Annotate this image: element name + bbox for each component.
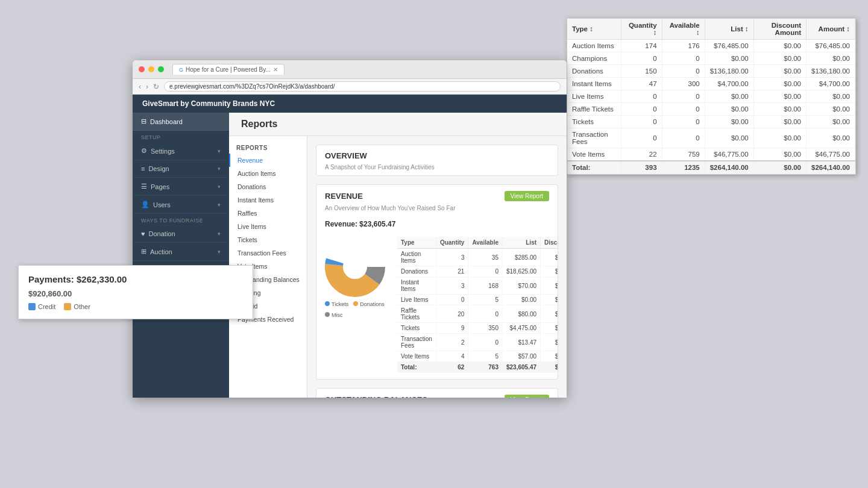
table-cell: 0 [621,90,662,103]
sidebar-label-pages: ☰Pages [141,183,169,190]
col-header-type[interactable]: Type [397,237,436,249]
sidebar-item-auction[interactable]: ⊞Auction▾ [133,243,229,261]
table-row: Auction Items335$285.00$0.00$285.00 [397,249,558,266]
table-cell: 168 [468,277,503,295]
total-cell: 763 [468,362,503,373]
total-cell: 62 [436,362,468,373]
reports-nav-item-raffles[interactable]: Raffles [229,207,307,220]
table-cell: $0.00 [705,52,753,65]
main-content: Reports REPORTS RevenueAuction ItemsDona… [229,113,567,398]
table-cell: 21 [436,266,468,277]
revenue-amount: Revenue: $23,605.47 [316,216,558,232]
table-cell: Live Items [567,90,621,103]
table-cell: Transaction Fees [397,334,436,351]
legend-label: Credit [38,303,55,310]
table-cell: 350 [468,323,503,334]
close-button[interactable] [139,66,145,72]
table-row: Tickets00$0.00$0.00$0.00 [567,116,855,128]
revenue-subtitle: An Overview of How Much You've Raised So… [316,205,558,216]
browser-addressbar: ‹ › ↻ e.previewgivesmart.com/%3DZq?cs7Oi… [133,79,567,95]
reports-nav-item-instant-items[interactable]: Instant Items [229,193,307,207]
table-cell: 0 [662,103,705,116]
reports-nav-item-auction-items[interactable]: Auction Items [229,167,307,180]
col-header-list[interactable]: List [502,237,540,249]
table-cell: $136,180.00 [807,65,855,78]
col-amount[interactable]: Amount ↕ [807,19,855,40]
table-cell: $0.00 [753,103,806,116]
table-cell: $80.00 [502,305,540,323]
table-cell: Live Items [397,295,436,305]
table-row: Vote Items22759$46,775.00$0.00$46,775.00 [567,148,855,161]
sidebar-item-dashboard[interactable]: ⊟Dashboard [133,113,229,131]
sidebar-item-users[interactable]: 👤Users▾ [133,196,229,214]
reports-nav-item-transaction-fees[interactable]: Transaction Fees [229,246,307,260]
legend-tickets: Tickets [325,301,348,307]
table-cell: $4,700.00 [705,78,753,90]
forward-button[interactable]: › [146,83,148,91]
table-cell: 176 [662,40,705,52]
table-row: Champions00$0.00$0.00$0.00 [567,52,855,65]
address-bar[interactable]: e.previewgivesmart.com/%3DZq?cs7OinRejdK… [164,81,561,92]
table-cell: Vote Items [567,148,621,161]
overview-subtitle: A Snapshot of Your Fundraising Activitie… [316,164,558,175]
col-header-quantity[interactable]: Quantity [436,237,468,249]
table-cell: 9 [436,323,468,334]
col-list[interactable]: List ↕ [705,19,753,40]
balances-view-report-button[interactable]: View Report [505,395,549,398]
legend-misc: Misc [325,312,343,318]
col-discount[interactable]: Discount Amount [753,19,806,40]
sidebar-text-settings: Settings [151,148,175,155]
table-cell: 2 [436,334,468,351]
sidebar-item-donation[interactable]: ♥Donation▾ [133,225,229,243]
sidebar-icon-users: 👤 [141,201,149,208]
col-type[interactable]: Type ↕ [567,19,621,40]
col-available[interactable]: Available ↕ [662,19,705,40]
payments-panel: Payments: $262,330.00 $920,860.00 Credit… [18,265,253,319]
reports-nav-item-revenue[interactable]: Revenue [229,154,307,167]
revenue-view-report-button[interactable]: View Report [505,191,549,201]
browser-tab[interactable]: G Hope for a Cure | Powered By... ✕ [172,64,285,75]
table-cell: $46,775.00 [807,148,855,161]
table-row: Instant Items3168$70.00$0.00$70.00 [397,277,558,295]
chevron-icon-settings: ▾ [218,148,221,154]
table-cell: 20 [436,305,468,323]
sidebar-label-design: ≡Design [141,165,169,172]
minimize-button[interactable] [148,66,154,72]
reports-nav-item-live-items[interactable]: Live Items [229,220,307,233]
total-cell: $0.00 [753,161,806,174]
table-cell: $0.00 [807,103,855,116]
legend-box [64,303,71,310]
reports-nav-item-tickets[interactable]: Tickets [229,233,307,246]
tab-close-button[interactable]: ✕ [273,66,278,73]
table-cell: $0.00 [753,128,806,148]
sidebar-item-pages[interactable]: ☰Pages▾ [133,178,229,196]
browser-window: G Hope for a Cure | Powered By... ✕ ‹ › … [133,60,567,398]
app-name: GiveSmart by Community Brands NYC [142,99,275,108]
sidebar-item-design[interactable]: ≡Design▾ [133,160,229,178]
col-quantity[interactable]: Quantity ↕ [621,19,662,40]
total-cell: $23,605.47 [502,362,540,373]
back-button[interactable]: ‹ [139,83,141,91]
reports-nav-item-donations[interactable]: Donations [229,180,307,193]
table-cell: 0 [621,103,662,116]
table-row: Donations210$18,625.00$0.00$18,625.00 [397,266,558,277]
sidebar-item-settings[interactable]: ⚙Settings▾ [133,142,229,160]
table-cell: 0 [468,334,503,351]
table-cell: $285.00 [502,249,540,266]
maximize-button[interactable] [158,66,164,72]
table-cell: $0.00 [541,295,558,305]
balances-header: OUTSTANDING BALANCES View Report [316,389,558,398]
reload-button[interactable]: ↻ [153,83,159,91]
sidebar-text-dashboard: Dashboard [150,118,183,125]
sidebar-icon-settings: ⚙ [141,147,147,155]
col-header-available[interactable]: Available [468,237,503,249]
table-cell: $0.00 [541,305,558,323]
col-header-discount[interactable]: Discount [541,237,558,249]
table-row: Transaction Fees20$13.47$0.00$13.47 [397,334,558,351]
revenue-table: TypeQuantityAvailableListDiscountAmountA… [397,237,558,373]
table-cell: $0.00 [753,52,806,65]
table-cell: Auction Items [567,40,621,52]
total-cell: $264,140.00 [705,161,753,174]
table-cell: $46,775.00 [705,148,753,161]
revenue-table-wrap: TypeQuantityAvailableListDiscountAmountA… [397,237,558,373]
